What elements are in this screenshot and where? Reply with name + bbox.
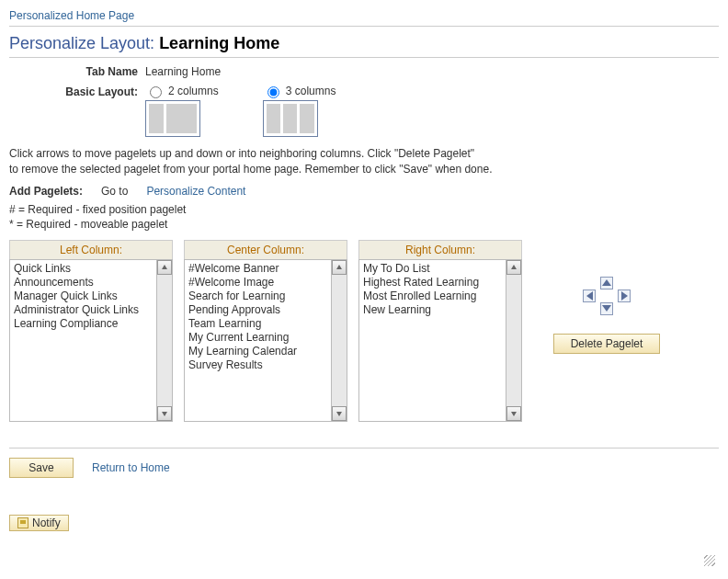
scroll-down-icon[interactable] — [157, 406, 172, 421]
scroll-down-icon[interactable] — [506, 406, 521, 421]
page-title: Personalize Layout: Learning Home — [9, 34, 719, 53]
svg-marker-4 — [511, 265, 517, 269]
list-item[interactable]: New Learning — [363, 303, 502, 317]
add-pagelets-label: Add Pagelets: — [9, 185, 83, 198]
list-item[interactable]: Pending Approvals — [188, 303, 327, 317]
divider — [9, 26, 719, 27]
center-column-box: Center Column: #Welcome Banner#Welcome I… — [184, 240, 347, 422]
instructions-line1: Click arrows to move pagelets up and dow… — [9, 146, 719, 162]
scrollbar[interactable] — [156, 260, 172, 421]
scroll-down-icon[interactable] — [332, 406, 347, 421]
layout-2col-icon — [145, 100, 200, 137]
list-item[interactable]: Team Learning — [188, 317, 327, 331]
svg-marker-2 — [336, 265, 342, 269]
list-item[interactable]: Learning Compliance — [14, 317, 153, 331]
return-home-link[interactable]: Return to Home — [92, 461, 170, 474]
save-button[interactable]: Save — [9, 458, 74, 478]
radio-2-columns[interactable] — [150, 86, 162, 98]
notify-icon — [17, 517, 28, 528]
radio-2-columns-label: 2 columns — [168, 85, 219, 97]
list-item[interactable]: My Current Learning — [188, 331, 327, 345]
scrollbar[interactable] — [506, 260, 521, 421]
instructions: Click arrows to move pagelets up and dow… — [9, 146, 719, 177]
notify-button[interactable]: Notify — [9, 515, 69, 531]
list-item[interactable]: Most Enrolled Learning — [363, 290, 502, 303]
center-column-list[interactable]: #Welcome Banner#Welcome ImageSearch for … — [185, 260, 331, 421]
list-item[interactable]: My Learning Calendar — [188, 345, 327, 358]
list-item[interactable]: Highest Rated Learning — [363, 276, 502, 290]
resize-grip-icon[interactable] — [704, 555, 715, 566]
divider — [9, 57, 719, 58]
page-title-lead: Personalize Layout: — [9, 34, 154, 52]
list-item[interactable]: Search for Learning — [188, 290, 327, 303]
divider — [9, 448, 719, 448]
scroll-up-icon[interactable] — [157, 260, 172, 275]
instructions-line2: to remove the selected pagelet from your… — [9, 162, 719, 177]
notify-label: Notify — [32, 517, 61, 529]
move-up-button[interactable] — [600, 277, 613, 290]
list-item[interactable]: Survey Results — [188, 358, 327, 372]
breadcrumb[interactable]: Personalized Home Page — [9, 9, 719, 22]
svg-marker-5 — [511, 412, 517, 416]
right-column-box: Right Column: My To Do ListHighest Rated… — [358, 240, 522, 422]
delete-pagelet-button[interactable]: Delete Pagelet — [553, 334, 661, 354]
page-title-sub: Learning Home — [159, 34, 279, 52]
personalize-content-link[interactable]: Personalize Content — [146, 185, 245, 198]
svg-marker-1 — [162, 412, 167, 416]
move-left-button[interactable] — [583, 290, 596, 302]
list-item[interactable]: My To Do List — [363, 262, 502, 276]
left-column-box: Left Column: Quick LinksAnnouncementsMan… — [9, 240, 173, 422]
list-item[interactable]: Quick Links — [14, 262, 153, 276]
move-down-button[interactable] — [600, 302, 613, 315]
goto-label: Go to — [101, 185, 128, 198]
list-item[interactable]: Announcements — [14, 276, 153, 290]
svg-marker-3 — [336, 412, 342, 416]
move-dpad — [583, 277, 631, 315]
radio-3-columns-label: 3 columns — [286, 85, 336, 97]
scrollbar[interactable] — [331, 260, 347, 421]
left-column-header: Left Column: — [9, 240, 173, 259]
move-right-button[interactable] — [618, 290, 631, 302]
list-item[interactable]: Administrator Quick Links — [14, 303, 153, 317]
tab-name-label: Tab Name — [9, 65, 145, 78]
scroll-up-icon[interactable] — [332, 260, 347, 275]
right-column-list[interactable]: My To Do ListHighest Rated LearningMost … — [359, 260, 506, 421]
svg-marker-0 — [162, 265, 167, 269]
right-column-header: Right Column: — [358, 240, 522, 259]
legend-fixed: # = Required - fixed position pagelet — [9, 203, 719, 216]
layout-option-3col[interactable]: 3 columns — [263, 84, 336, 137]
tab-name-value: Learning Home — [145, 65, 221, 78]
legend-moveable: * = Required - moveable pagelet — [9, 218, 719, 231]
layout-option-2col[interactable]: 2 columns — [145, 84, 219, 137]
layout-3col-icon — [263, 100, 318, 137]
center-column-header: Center Column: — [184, 240, 347, 259]
list-item[interactable]: #Welcome Banner — [188, 262, 327, 276]
basic-layout-label: Basic Layout: — [9, 84, 145, 98]
scroll-up-icon[interactable] — [506, 260, 521, 275]
left-column-list[interactable]: Quick LinksAnnouncementsManager Quick Li… — [10, 260, 156, 421]
list-item[interactable]: #Welcome Image — [188, 276, 327, 290]
radio-3-columns[interactable] — [267, 86, 279, 98]
list-item[interactable]: Manager Quick Links — [14, 290, 153, 303]
